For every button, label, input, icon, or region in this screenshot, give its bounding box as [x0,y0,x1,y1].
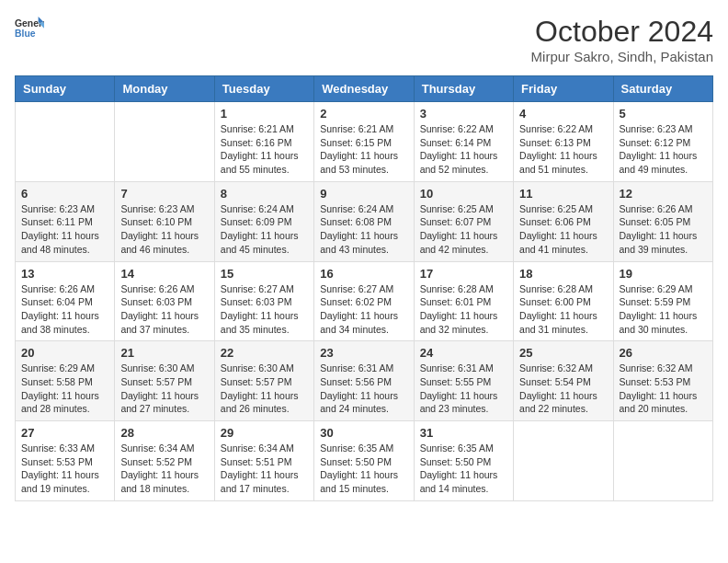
day-info: Sunrise: 6:29 AM Sunset: 5:59 PM Dayligh… [620,282,707,337]
day-info: Sunrise: 6:23 AM Sunset: 6:12 PM Dayligh… [620,122,707,177]
svg-text:Blue: Blue [15,29,36,39]
day-info: Sunrise: 6:30 AM Sunset: 5:57 PM Dayligh… [221,362,308,416]
weekday-header-tuesday: Tuesday [214,76,313,102]
day-info: Sunrise: 6:35 AM Sunset: 5:50 PM Dayligh… [420,442,507,496]
calendar-cell [16,102,115,182]
day-info: Sunrise: 6:26 AM Sunset: 6:04 PM Dayligh… [21,282,108,337]
logo-icon: General Blue [15,15,44,40]
calendar-week-row: 27Sunrise: 6:33 AM Sunset: 5:53 PM Dayli… [16,421,713,501]
calendar-cell: 28Sunrise: 6:34 AM Sunset: 5:52 PM Dayli… [115,421,214,501]
day-number: 14 [120,267,208,281]
location-title: Mirpur Sakro, Sindh, Pakistan [531,49,713,64]
calendar-cell: 12Sunrise: 6:26 AM Sunset: 6:05 PM Dayli… [613,181,712,261]
weekday-header-friday: Friday [514,76,613,102]
day-number: 10 [420,187,507,201]
day-info: Sunrise: 6:33 AM Sunset: 5:53 PM Dayligh… [21,442,108,496]
day-info: Sunrise: 6:24 AM Sunset: 6:08 PM Dayligh… [320,202,407,257]
day-number: 7 [120,187,208,201]
day-number: 26 [620,346,707,360]
day-number: 25 [519,346,607,360]
day-number: 29 [221,426,308,440]
calendar-cell: 24Sunrise: 6:31 AM Sunset: 5:55 PM Dayli… [414,341,513,421]
calendar-cell: 5Sunrise: 6:23 AM Sunset: 6:12 PM Daylig… [613,102,712,182]
calendar-cell [115,102,214,182]
calendar-cell: 3Sunrise: 6:22 AM Sunset: 6:14 PM Daylig… [414,102,513,182]
day-info: Sunrise: 6:26 AM Sunset: 6:05 PM Dayligh… [620,202,707,257]
calendar-cell: 17Sunrise: 6:28 AM Sunset: 6:01 PM Dayli… [414,261,513,341]
day-number: 6 [21,187,108,201]
day-number: 3 [420,107,507,121]
calendar-cell: 19Sunrise: 6:29 AM Sunset: 5:59 PM Dayli… [613,261,712,341]
calendar-week-row: 6Sunrise: 6:23 AM Sunset: 6:11 PM Daylig… [16,181,713,261]
day-number: 18 [519,267,607,281]
calendar-cell: 23Sunrise: 6:31 AM Sunset: 5:56 PM Dayli… [314,341,414,421]
day-info: Sunrise: 6:32 AM Sunset: 5:53 PM Dayligh… [620,362,707,416]
month-title: October 2024 [531,15,713,49]
day-number: 5 [620,107,707,121]
calendar-cell: 6Sunrise: 6:23 AM Sunset: 6:11 PM Daylig… [16,181,115,261]
calendar-cell: 22Sunrise: 6:30 AM Sunset: 5:57 PM Dayli… [214,341,313,421]
weekday-header-wednesday: Wednesday [314,76,414,102]
day-number: 22 [221,346,308,360]
day-number: 11 [519,187,607,201]
day-info: Sunrise: 6:28 AM Sunset: 6:01 PM Dayligh… [420,282,507,337]
calendar-cell: 20Sunrise: 6:29 AM Sunset: 5:58 PM Dayli… [16,341,115,421]
day-info: Sunrise: 6:29 AM Sunset: 5:58 PM Dayligh… [21,362,108,416]
day-number: 24 [420,346,507,360]
calendar-cell: 10Sunrise: 6:25 AM Sunset: 6:07 PM Dayli… [414,181,513,261]
weekday-header-thursday: Thursday [414,76,513,102]
calendar-table: SundayMondayTuesdayWednesdayThursdayFrid… [15,75,713,501]
calendar-cell: 9Sunrise: 6:24 AM Sunset: 6:08 PM Daylig… [314,181,414,261]
weekday-header-monday: Monday [115,76,214,102]
day-number: 4 [519,107,607,121]
day-number: 31 [420,426,507,440]
day-number: 1 [221,107,308,121]
weekday-header-saturday: Saturday [613,76,712,102]
day-info: Sunrise: 6:30 AM Sunset: 5:57 PM Dayligh… [120,362,208,416]
day-number: 17 [420,267,507,281]
day-info: Sunrise: 6:32 AM Sunset: 5:54 PM Dayligh… [519,362,607,416]
day-number: 27 [21,426,108,440]
calendar-week-row: 1Sunrise: 6:21 AM Sunset: 6:16 PM Daylig… [16,102,713,182]
calendar-cell: 29Sunrise: 6:34 AM Sunset: 5:51 PM Dayli… [214,421,313,501]
day-number: 19 [620,267,707,281]
day-info: Sunrise: 6:23 AM Sunset: 6:11 PM Dayligh… [21,202,108,257]
day-number: 21 [120,346,208,360]
calendar-cell: 31Sunrise: 6:35 AM Sunset: 5:50 PM Dayli… [414,421,513,501]
calendar-cell [514,421,613,501]
day-number: 8 [221,187,308,201]
day-number: 9 [320,187,407,201]
calendar-cell: 13Sunrise: 6:26 AM Sunset: 6:04 PM Dayli… [16,261,115,341]
day-info: Sunrise: 6:27 AM Sunset: 6:02 PM Dayligh… [320,282,407,337]
day-info: Sunrise: 6:34 AM Sunset: 5:52 PM Dayligh… [120,442,208,496]
day-info: Sunrise: 6:35 AM Sunset: 5:50 PM Dayligh… [320,442,407,496]
calendar-week-row: 20Sunrise: 6:29 AM Sunset: 5:58 PM Dayli… [16,341,713,421]
calendar-cell: 18Sunrise: 6:28 AM Sunset: 6:00 PM Dayli… [514,261,613,341]
calendar-cell: 1Sunrise: 6:21 AM Sunset: 6:16 PM Daylig… [214,102,313,182]
day-info: Sunrise: 6:22 AM Sunset: 6:14 PM Dayligh… [420,122,507,177]
calendar-week-row: 13Sunrise: 6:26 AM Sunset: 6:04 PM Dayli… [16,261,713,341]
day-info: Sunrise: 6:25 AM Sunset: 6:07 PM Dayligh… [420,202,507,257]
day-number: 13 [21,267,108,281]
calendar-cell: 26Sunrise: 6:32 AM Sunset: 5:53 PM Dayli… [613,341,712,421]
weekday-header-sunday: Sunday [16,76,115,102]
day-info: Sunrise: 6:23 AM Sunset: 6:10 PM Dayligh… [120,202,208,257]
page-header: General Blue October 2024 Mirpur Sakro, … [15,15,713,64]
day-info: Sunrise: 6:31 AM Sunset: 5:55 PM Dayligh… [420,362,507,416]
day-number: 15 [221,267,308,281]
calendar-cell: 8Sunrise: 6:24 AM Sunset: 6:09 PM Daylig… [214,181,313,261]
day-info: Sunrise: 6:27 AM Sunset: 6:03 PM Dayligh… [221,282,308,337]
calendar-cell: 16Sunrise: 6:27 AM Sunset: 6:02 PM Dayli… [314,261,414,341]
day-info: Sunrise: 6:34 AM Sunset: 5:51 PM Dayligh… [221,442,308,496]
day-number: 2 [320,107,407,121]
day-number: 30 [320,426,407,440]
title-block: October 2024 Mirpur Sakro, Sindh, Pakist… [531,15,713,64]
day-info: Sunrise: 6:21 AM Sunset: 6:16 PM Dayligh… [221,122,308,177]
logo: General Blue [15,15,44,40]
calendar-cell: 27Sunrise: 6:33 AM Sunset: 5:53 PM Dayli… [16,421,115,501]
calendar-cell: 7Sunrise: 6:23 AM Sunset: 6:10 PM Daylig… [115,181,214,261]
day-info: Sunrise: 6:21 AM Sunset: 6:15 PM Dayligh… [320,122,407,177]
calendar-cell: 25Sunrise: 6:32 AM Sunset: 5:54 PM Dayli… [514,341,613,421]
day-info: Sunrise: 6:24 AM Sunset: 6:09 PM Dayligh… [221,202,308,257]
calendar-cell: 30Sunrise: 6:35 AM Sunset: 5:50 PM Dayli… [314,421,414,501]
